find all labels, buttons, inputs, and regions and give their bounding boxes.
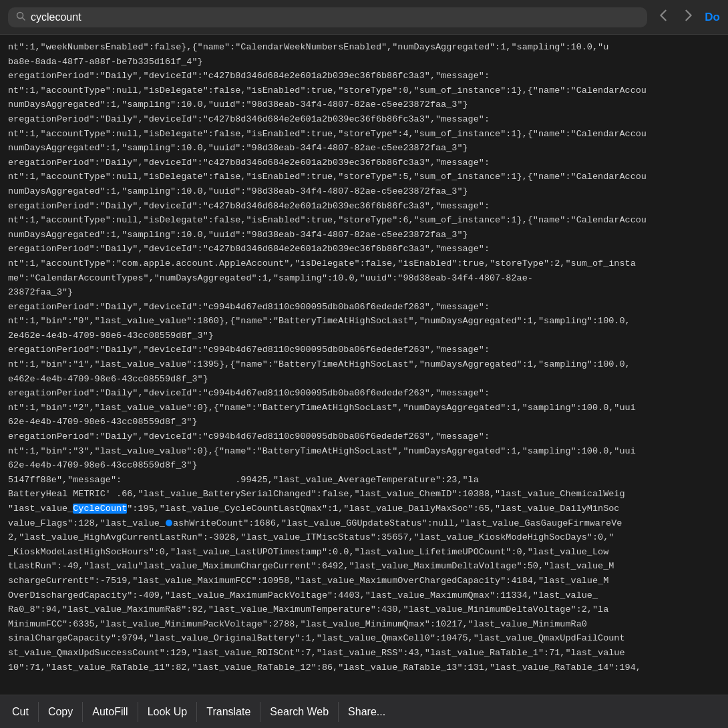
content-line: eregationPeriod":"Daily","deviceId":"c99… xyxy=(3,386,725,401)
content-line: eregationPeriod":"Daily","deviceId":"c42… xyxy=(3,112,725,127)
content-line: Ra0_8":94,"last_value_MaximumRa8":92,"la… xyxy=(3,602,725,617)
menu-item-autofill[interactable]: AutoFill xyxy=(83,701,137,723)
content-line: 2,"last_value_HighAvgCurrentLastRun":-30… xyxy=(3,530,725,545)
content-line: eregationPeriod":"Daily","deviceId":"c42… xyxy=(3,156,725,170)
content-line: nt":1,"weekNumbersEnabled":false},{"name… xyxy=(3,40,725,55)
content-line: 62e-4e4b-4709-98e6-43cc08559d8f_3"} xyxy=(3,458,725,473)
back-button[interactable] xyxy=(654,7,673,27)
content-line: eregationPeriod":"Daily","deviceId":"c42… xyxy=(3,69,725,83)
menu-item-cut[interactable]: Cut xyxy=(3,701,38,723)
content-line: nt":1,"accountType":"com.apple.account.A… xyxy=(3,256,725,271)
top-bar: Do xyxy=(0,0,728,35)
content-line: nt":1,"bin":"1","last_value_value":1395}… xyxy=(3,357,725,372)
content-line: numDaysAggregated":1,"sampling":10.0,"uu… xyxy=(3,228,725,242)
context-menu: CutCopyAutoFillLook UpTranslateSearch We… xyxy=(0,695,728,728)
content-line: tLastRun":-49,"last_valu"last_value_Maxi… xyxy=(3,559,725,574)
content-line: nt":1,"accountType":null,"isDelegate":fa… xyxy=(3,127,725,142)
content-line: 10":71,"last_value_RaTable_11":82,"last_… xyxy=(3,661,725,675)
content-line: nt":1,"accountType":null,"isDelegate":fa… xyxy=(3,213,725,228)
content-line: nt":1,"accountType":null,"isDelegate":fa… xyxy=(3,170,725,184)
content-line: me":"CalendarAccountTypes","numDaysAggre… xyxy=(3,271,725,286)
content-line: numDaysAggregated":1,"sampling":10.0,"uu… xyxy=(3,98,725,112)
content-line: eregationPeriod":"Daily","deviceId":"c42… xyxy=(3,199,725,214)
content-line: eregationPeriod":"Daily","deviceId":"c42… xyxy=(3,242,725,256)
content-line: numDaysAggregated":1,"sampling":10.0,"uu… xyxy=(3,141,725,156)
content-line: eregationPeriod":"Daily","deviceId":"c99… xyxy=(3,300,725,315)
menu-item-copy[interactable]: Copy xyxy=(39,701,82,723)
forward-button[interactable] xyxy=(679,7,698,27)
content-line: _KioskModeLastHighSocHours":0,"last_valu… xyxy=(3,545,725,560)
search-bar[interactable] xyxy=(8,7,647,27)
content-line: 5147ff88e","message": .99425,"last_value… xyxy=(3,473,725,488)
content-area: nt":1,"weekNumbersEnabled":false},{"name… xyxy=(0,35,728,695)
menu-item-searchweb[interactable]: Search Web xyxy=(260,701,338,723)
content-line: sinalChargeCapacity":9794,"last_value_Or… xyxy=(3,631,725,646)
content-line: nt":1,"accountType":null,"isDelegate":fa… xyxy=(3,83,725,98)
content-line: numDaysAggregated":1,"sampling":10.0,"uu… xyxy=(3,184,725,199)
content-line: 23872faa_3"} xyxy=(3,285,725,300)
content-line: nt":1,"bin":"2","last_value_value":0},{"… xyxy=(3,401,725,415)
menu-item-translate[interactable]: Translate xyxy=(197,701,260,723)
content-line: ba8e-8ada-48f7-a88f-be7b335d161f_4"} xyxy=(3,55,725,69)
content-line: value_Flags":128,"last_value_ashWriteCou… xyxy=(3,516,725,531)
content-line: BatteryHeal METRIC' .66,"last_value_Batt… xyxy=(3,487,725,502)
content-line: MinimumFCC":6335,"last_value_MinimumPack… xyxy=(3,617,725,632)
menu-item-lookup[interactable]: Look Up xyxy=(138,701,197,723)
content-line: st_value_QmaxUpdSuccessCount":129,"last_… xyxy=(3,646,725,661)
search-icon xyxy=(16,11,25,23)
svg-line-1 xyxy=(23,18,25,21)
content-line: nt":1,"bin":"3","last_value_value":0},{"… xyxy=(3,444,725,459)
content-line: e462e-4e4b-4709-98e6-43cc08559d8f_3"} xyxy=(3,372,725,387)
content-line: eregationPeriod":"Daily","deviceId":"c99… xyxy=(3,429,725,444)
content-line: OverDischargedCapacity":-409,"last_value… xyxy=(3,588,725,603)
search-input[interactable] xyxy=(31,11,639,23)
content-line: schargeCurrentt":-7519,"last_value_Maxim… xyxy=(3,574,725,588)
content-line: nt":1,"bin":"0","last_value_value":1860}… xyxy=(3,314,725,329)
content-line: 2e462e-4e4b-4709-98e6-43cc08559d8f_3"} xyxy=(3,329,725,343)
menu-item-share[interactable]: Share... xyxy=(339,701,395,723)
content-line: eregationPeriod":"Daily","deviceId":"c99… xyxy=(3,343,725,357)
content-line: "last_value_CycleCount":195,"last_value_… xyxy=(3,502,725,516)
content-line: 62e-4e4b-4709-98e6-43cc08559d8f_3"} xyxy=(3,415,725,429)
selected-text: CycleCount xyxy=(73,504,127,514)
done-button[interactable]: Do xyxy=(705,11,720,24)
